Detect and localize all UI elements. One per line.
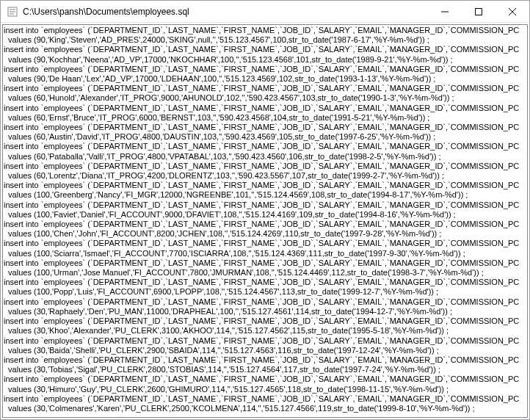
svg-rect-5 <box>476 8 482 15</box>
titlebar[interactable]: C:\Users\pansh\Documents\employees.sql <box>1 1 529 23</box>
content-area: insert into `employees` (`DEPARTMENT_ID`… <box>2 24 528 418</box>
maximize-button[interactable] <box>462 1 495 22</box>
minimize-button[interactable] <box>428 1 462 22</box>
close-button[interactable] <box>495 1 529 22</box>
text-editor[interactable]: insert into `employees` (`DEPARTMENT_ID`… <box>3 25 527 417</box>
window-controls <box>428 1 529 22</box>
window-title: C:\Users\pansh\Documents\employees.sql <box>23 7 428 17</box>
app-icon <box>7 6 18 18</box>
